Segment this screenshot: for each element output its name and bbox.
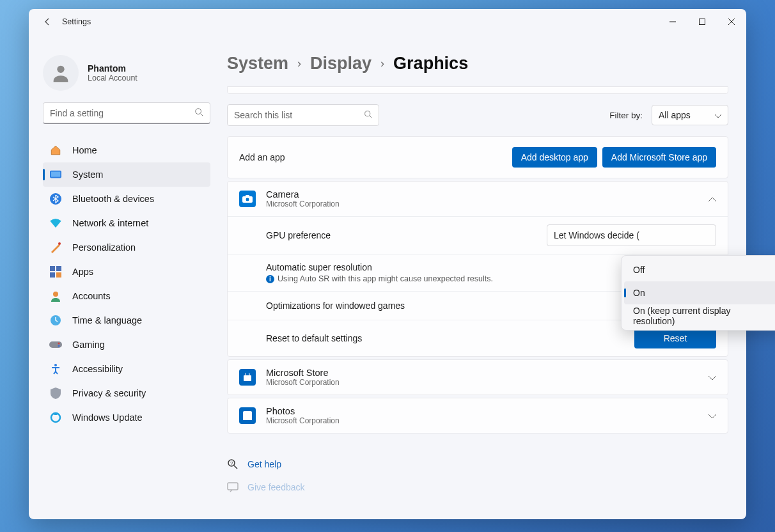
breadcrumb: System › Display › Graphics (227, 54, 728, 74)
chevron-right-icon: › (380, 57, 384, 70)
personalization-icon (49, 241, 62, 254)
svg-rect-11 (50, 272, 55, 278)
reset-button[interactable]: Reset (634, 328, 716, 348)
privacy-icon (49, 387, 62, 400)
svg-rect-10 (56, 266, 61, 271)
chevron-down-icon (708, 372, 716, 383)
window-title: Settings (62, 17, 91, 26)
svg-point-16 (58, 343, 60, 345)
add-desktop-app-button[interactable]: Add desktop app (512, 147, 597, 168)
give-feedback-link[interactable]: Give feedback (227, 476, 728, 499)
svg-rect-6 (51, 172, 60, 177)
gpu-select[interactable]: Let Windows decide ( (547, 224, 716, 246)
search-icon (364, 109, 372, 121)
add-store-app-button[interactable]: Add Microsoft Store app (602, 147, 716, 168)
add-app-card: Add an app Add desktop app Add Microsoft… (227, 136, 728, 178)
maximize-button[interactable] (687, 12, 717, 31)
svg-text:?: ? (230, 460, 233, 466)
gpu-label: GPU preference (266, 230, 331, 240)
chevron-down-icon (715, 110, 721, 120)
add-app-label: Add an app (239, 152, 285, 162)
nav-time[interactable]: Time & language (43, 308, 210, 332)
titlebar: Settings (29, 9, 746, 35)
window-controls (658, 12, 746, 31)
apps-icon (49, 265, 62, 278)
chevron-up-icon (708, 193, 716, 205)
search-icon (194, 107, 203, 119)
reset-label: Reset to default settings (266, 333, 362, 343)
app-publisher: Microsoft Corporation (266, 378, 340, 387)
svg-rect-12 (56, 272, 61, 278)
svg-point-20 (365, 111, 370, 116)
filter-label: Filter by: (609, 111, 643, 120)
svg-point-2 (57, 66, 64, 73)
nav-privacy[interactable]: Privacy & security (43, 381, 210, 405)
nav-personalization[interactable]: Personalization (43, 235, 210, 260)
help-icon: ? (227, 458, 239, 470)
get-help-link[interactable]: ? Get help (227, 453, 728, 476)
svg-rect-30 (228, 483, 238, 490)
svg-point-13 (53, 292, 58, 297)
info-icon: i (266, 275, 274, 283)
asr-label: Automatic super resolution (266, 262, 493, 272)
breadcrumb-system[interactable]: System (227, 54, 288, 74)
accessibility-icon (49, 363, 62, 375)
nav-gaming[interactable]: Gaming (43, 332, 210, 357)
dropdown-item-on-keep[interactable]: On (keep current display resolution) (624, 304, 775, 327)
nav-apps[interactable]: Apps (43, 260, 210, 284)
app-card-photos[interactable]: Photos Microsoft Corporation (227, 398, 728, 434)
back-button[interactable] (38, 12, 57, 31)
search-list-input[interactable] (234, 110, 364, 120)
app-publisher: Microsoft Corporation (266, 416, 340, 425)
asr-warning: i Using Auto SR with this app might caus… (266, 274, 493, 283)
svg-point-27 (246, 414, 247, 416)
app-title: Camera (266, 189, 340, 199)
time-icon (49, 314, 62, 327)
app-card-store[interactable]: Microsoft Store Microsoft Corporation (227, 359, 728, 395)
svg-rect-9 (50, 266, 55, 271)
row-gpu-preference: GPU preference Let Windows decide ( (228, 216, 728, 254)
system-icon (49, 168, 62, 181)
svg-rect-1 (700, 19, 705, 25)
find-setting-input[interactable] (50, 108, 194, 118)
asr-dropdown-popup: Off On On (keep current display resoluti… (621, 255, 775, 331)
nav-accessibility[interactable]: Accessibility (43, 357, 210, 381)
app-title: Microsoft Store (266, 368, 340, 378)
nav-bluetooth[interactable]: Bluetooth & devices (43, 187, 210, 211)
home-icon (49, 144, 62, 157)
app-header-camera[interactable]: Camera Microsoft Corporation (228, 182, 728, 216)
chevron-right-icon: › (297, 57, 301, 70)
avatar (43, 55, 79, 91)
nav-system[interactable]: System (43, 162, 210, 187)
store-icon (239, 369, 256, 386)
opt-label: Optimizations for windowed games (266, 301, 405, 311)
nav: Home System Bluetooth & devices Network … (43, 138, 210, 430)
search-list-box[interactable] (227, 104, 379, 126)
svg-rect-15 (49, 341, 62, 348)
breadcrumb-display[interactable]: Display (310, 54, 372, 74)
find-setting-search[interactable] (43, 102, 210, 124)
user-block[interactable]: Phantom Local Account (43, 55, 210, 91)
main: System › Display › Graphics Filter by: A… (221, 35, 746, 519)
minimize-button[interactable] (658, 12, 687, 31)
settings-window: Settings Phantom Local Account (29, 9, 746, 519)
svg-point-17 (58, 345, 60, 347)
dropdown-item-off[interactable]: Off (624, 258, 775, 281)
nav-update[interactable]: Windows Update (43, 405, 210, 430)
chevron-down-icon (708, 410, 716, 421)
nav-home[interactable]: Home (43, 138, 210, 162)
close-button[interactable] (717, 12, 746, 31)
dropdown-item-on[interactable]: On (624, 281, 775, 304)
svg-line-21 (370, 116, 372, 118)
nav-accounts[interactable]: Accounts (43, 284, 210, 308)
svg-point-8 (58, 242, 61, 245)
app-title: Photos (266, 406, 340, 416)
nav-network[interactable]: Network & internet (43, 211, 210, 235)
filter-select[interactable]: All apps (652, 105, 728, 125)
filter-row: Filter by: All apps (227, 104, 728, 126)
feedback-icon (227, 481, 239, 493)
camera-icon (239, 191, 256, 207)
update-icon (49, 411, 62, 424)
svg-point-18 (54, 364, 57, 366)
app-publisher: Microsoft Corporation (266, 199, 340, 208)
